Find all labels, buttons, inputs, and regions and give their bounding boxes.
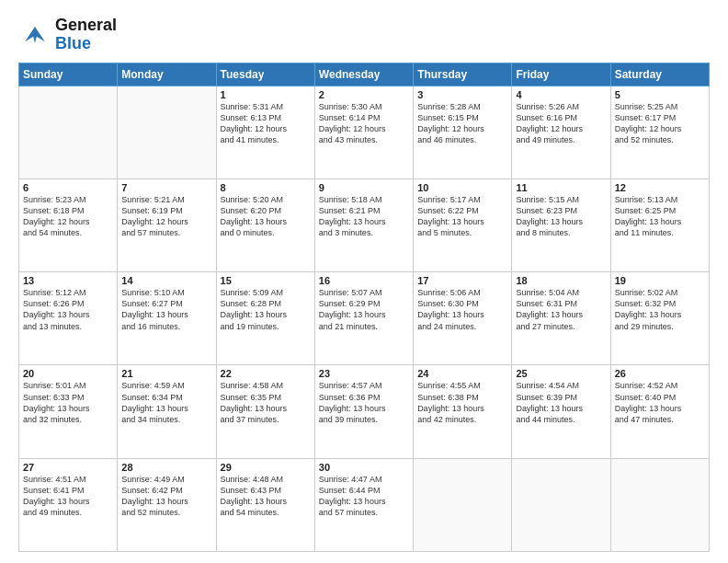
day-info: Sunrise: 5:17 AM Sunset: 6:22 PM Dayligh…	[417, 194, 507, 239]
day-info: Sunrise: 4:49 AM Sunset: 6:42 PM Dayligh…	[121, 474, 211, 519]
day-info: Sunrise: 5:18 AM Sunset: 6:21 PM Dayligh…	[319, 194, 409, 239]
day-number: 13	[23, 275, 113, 286]
day-info: Sunrise: 5:12 AM Sunset: 6:26 PM Dayligh…	[23, 287, 113, 332]
calendar-cell: 2Sunrise: 5:30 AM Sunset: 6:14 PM Daylig…	[314, 86, 413, 178]
day-header-saturday: Saturday	[610, 63, 709, 86]
day-info: Sunrise: 4:51 AM Sunset: 6:41 PM Dayligh…	[23, 474, 113, 519]
day-number: 19	[615, 275, 705, 286]
logo-icon	[18, 18, 51, 52]
day-info: Sunrise: 5:10 AM Sunset: 6:27 PM Dayligh…	[121, 287, 211, 332]
day-number: 23	[319, 368, 409, 379]
day-info: Sunrise: 5:13 AM Sunset: 6:25 PM Dayligh…	[615, 194, 705, 239]
day-number: 1	[221, 89, 311, 100]
day-number: 28	[121, 462, 211, 473]
day-number: 30	[319, 462, 409, 473]
calendar-cell: 19Sunrise: 5:02 AM Sunset: 6:32 PM Dayli…	[610, 272, 709, 365]
day-info: Sunrise: 5:21 AM Sunset: 6:19 PM Dayligh…	[121, 194, 211, 239]
calendar-cell: 8Sunrise: 5:20 AM Sunset: 6:20 PM Daylig…	[216, 178, 314, 271]
calendar-cell	[610, 458, 709, 551]
calendar-cell	[414, 458, 512, 551]
day-number: 14	[121, 275, 211, 286]
day-info: Sunrise: 5:25 AM Sunset: 6:17 PM Dayligh…	[615, 101, 705, 146]
day-number: 21	[121, 368, 211, 379]
calendar-cell: 13Sunrise: 5:12 AM Sunset: 6:26 PM Dayli…	[19, 272, 118, 365]
logo-text: General Blue	[55, 17, 117, 53]
day-info: Sunrise: 4:58 AM Sunset: 6:35 PM Dayligh…	[221, 380, 311, 425]
calendar-header: SundayMondayTuesdayWednesdayThursdayFrid…	[19, 63, 710, 86]
calendar-cell: 9Sunrise: 5:18 AM Sunset: 6:21 PM Daylig…	[314, 178, 413, 271]
calendar-body: 1Sunrise: 5:31 AM Sunset: 6:13 PM Daylig…	[19, 86, 710, 551]
calendar-cell: 29Sunrise: 4:48 AM Sunset: 6:43 PM Dayli…	[216, 458, 314, 551]
day-info: Sunrise: 5:30 AM Sunset: 6:14 PM Dayligh…	[319, 101, 409, 146]
calendar-cell: 15Sunrise: 5:09 AM Sunset: 6:28 PM Dayli…	[216, 272, 314, 365]
calendar-cell: 16Sunrise: 5:07 AM Sunset: 6:29 PM Dayli…	[314, 272, 413, 365]
calendar-cell: 30Sunrise: 4:47 AM Sunset: 6:44 PM Dayli…	[314, 458, 413, 551]
day-number: 17	[417, 275, 507, 286]
calendar-cell: 5Sunrise: 5:25 AM Sunset: 6:17 PM Daylig…	[610, 86, 709, 178]
day-number: 8	[221, 182, 311, 193]
day-header-monday: Monday	[118, 63, 216, 86]
calendar-cell	[512, 458, 610, 551]
day-number: 15	[221, 275, 311, 286]
day-number: 9	[319, 182, 409, 193]
day-info: Sunrise: 4:54 AM Sunset: 6:39 PM Dayligh…	[516, 380, 606, 425]
day-info: Sunrise: 5:04 AM Sunset: 6:31 PM Dayligh…	[516, 287, 606, 332]
day-number: 29	[221, 462, 311, 473]
day-number: 27	[23, 462, 113, 473]
calendar-cell: 6Sunrise: 5:23 AM Sunset: 6:18 PM Daylig…	[19, 178, 118, 271]
calendar-cell: 27Sunrise: 4:51 AM Sunset: 6:41 PM Dayli…	[19, 458, 118, 551]
day-header-thursday: Thursday	[414, 63, 512, 86]
week-row-0: 1Sunrise: 5:31 AM Sunset: 6:13 PM Daylig…	[19, 86, 710, 178]
week-row-3: 20Sunrise: 5:01 AM Sunset: 6:33 PM Dayli…	[19, 365, 710, 458]
day-number: 22	[221, 368, 311, 379]
logo: General Blue	[18, 17, 117, 53]
week-row-2: 13Sunrise: 5:12 AM Sunset: 6:26 PM Dayli…	[19, 272, 710, 365]
day-header-friday: Friday	[512, 63, 610, 86]
week-row-1: 6Sunrise: 5:23 AM Sunset: 6:18 PM Daylig…	[19, 178, 710, 271]
calendar-cell: 23Sunrise: 4:57 AM Sunset: 6:36 PM Dayli…	[314, 365, 413, 458]
calendar-cell: 1Sunrise: 5:31 AM Sunset: 6:13 PM Daylig…	[216, 86, 314, 178]
day-info: Sunrise: 5:15 AM Sunset: 6:23 PM Dayligh…	[516, 194, 606, 239]
calendar-cell: 11Sunrise: 5:15 AM Sunset: 6:23 PM Dayli…	[512, 178, 610, 271]
page: General Blue SundayMondayTuesdayWednesda…	[0, 0, 728, 563]
calendar-cell: 17Sunrise: 5:06 AM Sunset: 6:30 PM Dayli…	[414, 272, 512, 365]
calendar-cell: 21Sunrise: 4:59 AM Sunset: 6:34 PM Dayli…	[118, 365, 216, 458]
day-number: 12	[615, 182, 705, 193]
calendar-cell: 18Sunrise: 5:04 AM Sunset: 6:31 PM Dayli…	[512, 272, 610, 365]
day-number: 11	[516, 182, 606, 193]
day-info: Sunrise: 5:31 AM Sunset: 6:13 PM Dayligh…	[221, 101, 311, 146]
calendar-cell: 4Sunrise: 5:26 AM Sunset: 6:16 PM Daylig…	[512, 86, 610, 178]
calendar-cell	[19, 86, 118, 178]
day-number: 24	[417, 368, 507, 379]
day-info: Sunrise: 5:26 AM Sunset: 6:16 PM Dayligh…	[516, 101, 606, 146]
days-header-row: SundayMondayTuesdayWednesdayThursdayFrid…	[19, 63, 710, 86]
calendar-table: SundayMondayTuesdayWednesdayThursdayFrid…	[18, 63, 710, 552]
day-info: Sunrise: 4:48 AM Sunset: 6:43 PM Dayligh…	[221, 474, 311, 519]
day-number: 5	[615, 89, 705, 100]
header: General Blue	[18, 17, 710, 53]
calendar-cell: 7Sunrise: 5:21 AM Sunset: 6:19 PM Daylig…	[118, 178, 216, 271]
day-info: Sunrise: 5:28 AM Sunset: 6:15 PM Dayligh…	[417, 101, 507, 146]
calendar-cell: 14Sunrise: 5:10 AM Sunset: 6:27 PM Dayli…	[118, 272, 216, 365]
day-info: Sunrise: 5:01 AM Sunset: 6:33 PM Dayligh…	[23, 380, 113, 425]
day-number: 25	[516, 368, 606, 379]
day-info: Sunrise: 5:23 AM Sunset: 6:18 PM Dayligh…	[23, 194, 113, 239]
day-header-sunday: Sunday	[19, 63, 118, 86]
calendar-cell: 28Sunrise: 4:49 AM Sunset: 6:42 PM Dayli…	[118, 458, 216, 551]
calendar-cell	[118, 86, 216, 178]
day-header-tuesday: Tuesday	[216, 63, 314, 86]
calendar-cell: 25Sunrise: 4:54 AM Sunset: 6:39 PM Dayli…	[512, 365, 610, 458]
day-info: Sunrise: 5:09 AM Sunset: 6:28 PM Dayligh…	[221, 287, 311, 332]
day-number: 18	[516, 275, 606, 286]
calendar-cell: 3Sunrise: 5:28 AM Sunset: 6:15 PM Daylig…	[414, 86, 512, 178]
day-info: Sunrise: 4:47 AM Sunset: 6:44 PM Dayligh…	[319, 474, 409, 519]
day-number: 3	[417, 89, 507, 100]
day-number: 16	[319, 275, 409, 286]
calendar-cell: 10Sunrise: 5:17 AM Sunset: 6:22 PM Dayli…	[414, 178, 512, 271]
day-info: Sunrise: 5:06 AM Sunset: 6:30 PM Dayligh…	[417, 287, 507, 332]
day-info: Sunrise: 4:55 AM Sunset: 6:38 PM Dayligh…	[417, 380, 507, 425]
day-info: Sunrise: 5:20 AM Sunset: 6:20 PM Dayligh…	[221, 194, 311, 239]
day-number: 20	[23, 368, 113, 379]
day-number: 4	[516, 89, 606, 100]
calendar-cell: 12Sunrise: 5:13 AM Sunset: 6:25 PM Dayli…	[610, 178, 709, 271]
